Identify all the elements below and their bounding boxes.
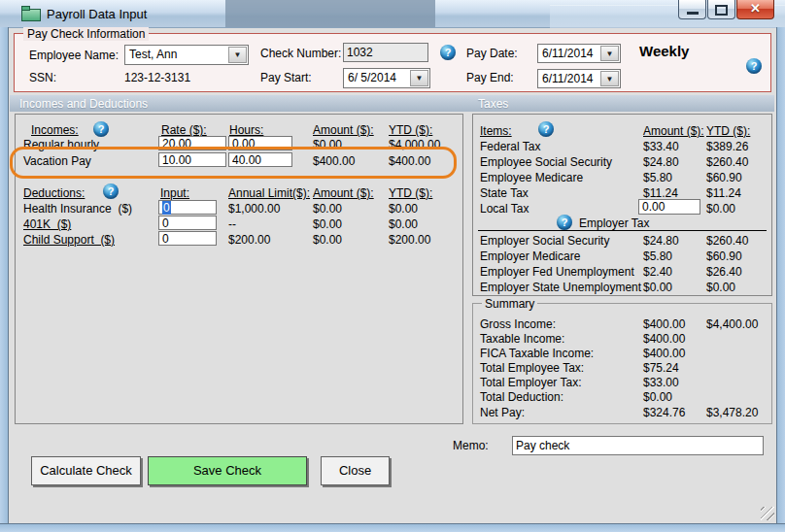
memo-label: Memo: <box>453 439 489 452</box>
deduction-ytd: $0.00 <box>389 202 418 216</box>
local-tax-input[interactable] <box>638 199 700 215</box>
chevron-down-icon[interactable]: ▼ <box>410 70 428 86</box>
check-number-input[interactable] <box>343 43 428 62</box>
taxes-header-amount: Amount ($): <box>643 124 704 138</box>
pay-start-value: 6/ 5/2014 <box>348 71 396 84</box>
tax-row-name: Employee Social Security <box>480 155 612 169</box>
taxes-header-ytd: YTD ($): <box>706 124 750 138</box>
income-amount-value: $0.00 <box>313 138 342 151</box>
pay-date-select[interactable]: 6/11/2014 ▼ <box>537 44 621 63</box>
deductions-header-ytd: YTD ($): <box>389 186 432 200</box>
incomes-label: Incomes: <box>31 123 79 137</box>
employer-tax-ytd: $260.40 <box>706 234 748 248</box>
ssn-label: SSN: <box>29 71 56 84</box>
titlebar-glass-reflection <box>225 0 435 27</box>
incomes-header-amount: Amount ($): <box>313 123 374 137</box>
summary-row-name: FICA Taxable Income: <box>480 347 594 360</box>
pay-start-select[interactable]: 6/ 5/2014 ▼ <box>343 68 430 88</box>
income-row-name: Vacation Pay <box>23 154 91 168</box>
summary-row-name: Total Deduction: <box>480 390 563 404</box>
pay-end-label: Pay End: <box>466 71 514 84</box>
summary-current: $400.00 <box>643 347 685 360</box>
tax-row-name: State Tax <box>480 186 529 200</box>
hours-input-vacation[interactable] <box>228 152 292 167</box>
minimize-button[interactable] <box>678 0 706 19</box>
employer-tax-row-name: Employer Fed Unemployment <box>480 265 634 279</box>
ssn-value: 123-12-3131 <box>124 71 190 84</box>
deduction-annual-limit: $1,000.00 <box>228 202 280 216</box>
chevron-down-icon[interactable]: ▼ <box>228 47 247 63</box>
maximize-button[interactable] <box>707 0 735 19</box>
employee-name-combobox[interactable]: Test, Ann ▼ <box>124 45 249 65</box>
child-support-input[interactable] <box>158 231 217 246</box>
pay-end-select[interactable]: 6/11/2014 ▼ <box>537 69 621 88</box>
deduction-amount: $0.00 <box>313 217 342 231</box>
employer-tax-row-name: Employer Social Security <box>480 234 609 248</box>
taxes-help-icon[interactable]: ? <box>538 121 554 137</box>
deduction-annual-limit: $200.00 <box>228 233 270 247</box>
window-border-left <box>0 27 9 524</box>
deductions-header-input: Input: <box>160 186 189 200</box>
local-tax-label: Local Tax <box>480 202 529 216</box>
income-amount-value: $400.00 <box>313 154 355 168</box>
chevron-down-icon[interactable]: ▼ <box>600 71 619 86</box>
summary-current: $75.24 <box>643 361 679 375</box>
window-border-bottom <box>0 523 785 532</box>
employer-tax-amount: $5.80 <box>643 249 672 263</box>
chevron-down-icon[interactable]: ▼ <box>600 46 619 61</box>
income-row-name: Regular hourly <box>23 138 99 151</box>
employer-tax-ytd: $0.00 <box>706 281 735 294</box>
paycheck-help-icon[interactable]: ? <box>746 58 762 74</box>
incomes-help-icon[interactable]: ? <box>93 121 109 137</box>
incomes-header-rate: Rate ($): <box>161 123 207 137</box>
pay-date-value: 6/11/2014 <box>542 47 594 60</box>
summary-current: $324.76 <box>643 406 685 419</box>
employer-tax-help-icon[interactable]: ? <box>557 215 572 230</box>
401k-input[interactable] <box>158 216 217 230</box>
employer-tax-ytd: $26.40 <box>706 265 742 279</box>
deduction-row-name: 401K ($) <box>23 217 71 231</box>
deductions-help-icon[interactable]: ? <box>103 183 119 199</box>
employer-tax-divider <box>478 230 767 231</box>
tax-ytd: $389.26 <box>706 140 748 153</box>
tax-row-name: Employee Medicare <box>480 171 583 184</box>
window-close-button[interactable]: ✕ <box>736 0 774 19</box>
deduction-amount: $0.00 <box>313 233 342 247</box>
summary-row-name: Total Employee Tax: <box>480 361 584 375</box>
health-insurance-input[interactable]: 0 <box>158 200 217 215</box>
close-dialog-button[interactable]: Close <box>321 456 390 485</box>
incomes-header-hours: Hours: <box>229 123 263 137</box>
summary-ytd: $4,400.00 <box>706 317 758 331</box>
tax-ytd: $11.24 <box>706 186 741 200</box>
employer-tax-row-name: Employer State Unemployment <box>480 281 641 294</box>
employer-tax-amount: $0.00 <box>643 281 672 294</box>
resize-grip[interactable] <box>761 507 774 520</box>
section-header-bar: Incomes and Deductions Taxes <box>10 95 774 112</box>
deduction-amount: $0.00 <box>313 202 342 216</box>
window-controls: ✕ <box>678 0 774 19</box>
tax-ytd: $60.90 <box>706 171 742 184</box>
rate-input-vacation[interactable] <box>158 152 226 167</box>
hours-input-regular[interactable] <box>228 136 292 150</box>
income-ytd-value: $4,000.00 <box>389 138 440 151</box>
summary-row-name: Total Employer Tax: <box>480 376 582 389</box>
tax-amount: $24.80 <box>643 155 679 169</box>
summary-row-name: Gross Income: <box>480 317 556 331</box>
tax-amount: $11.24 <box>643 186 678 200</box>
summary-ytd: $3,478.20 <box>706 406 758 419</box>
check-number-help-icon[interactable]: ? <box>440 45 456 60</box>
employer-tax-ytd: $60.90 <box>706 249 742 263</box>
summary-current: $400.00 <box>643 317 685 331</box>
calculate-check-button[interactable]: Calculate Check <box>31 456 141 485</box>
rate-input-regular[interactable] <box>158 136 226 150</box>
tax-amount: $5.80 <box>643 171 672 184</box>
deduction-annual-limit: -- <box>228 217 236 231</box>
pay-start-label: Pay Start: <box>260 71 312 84</box>
summary-current: $0.00 <box>643 390 672 404</box>
memo-input[interactable] <box>512 436 764 455</box>
income-ytd-value: $400.00 <box>389 154 430 168</box>
pay-end-value: 6/11/2014 <box>542 72 594 85</box>
deduction-ytd: $200.00 <box>389 233 430 247</box>
window-border-right <box>776 27 785 524</box>
save-check-button[interactable]: Save Check <box>148 456 307 485</box>
